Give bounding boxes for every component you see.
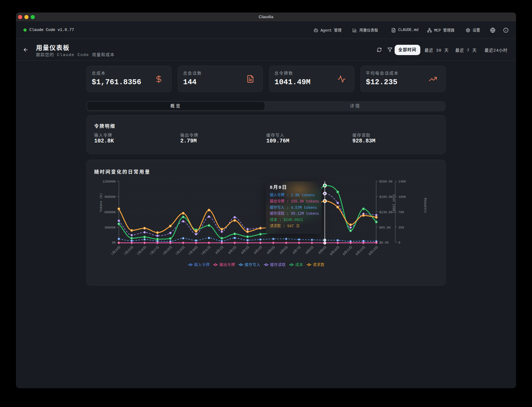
svg-text:0K: 0K xyxy=(112,241,116,245)
svg-text:$65.00: $65.00 xyxy=(379,226,391,229)
svg-text:$0.00: $0.00 xyxy=(379,241,389,245)
svg-text:7月30日: 7月30日 xyxy=(187,245,198,256)
svg-text:8月13日: 8月13日 xyxy=(368,245,379,256)
svg-text:8月4日: 8月4日 xyxy=(253,245,263,255)
svg-text:8月8日: 8月8日 xyxy=(305,245,315,255)
svg-text:7月26日: 7月26日 xyxy=(136,245,147,256)
svg-text:8月2日: 8月2日 xyxy=(228,245,237,255)
svg-text:$260.00: $260.00 xyxy=(379,180,392,183)
svg-text:7月31日: 7月31日 xyxy=(200,245,211,256)
svg-text:7月25日: 7月25日 xyxy=(123,245,134,256)
svg-text:8月5日: 8月5日 xyxy=(266,245,276,255)
svg-text:7月24日: 7月24日 xyxy=(110,245,121,256)
svg-text:Requests: Requests xyxy=(423,198,427,213)
svg-text:120000K: 120000K xyxy=(103,180,116,183)
svg-text:8月11日: 8月11日 xyxy=(342,245,353,256)
svg-text:1050: 1050 xyxy=(398,195,406,199)
svg-text:Cost (USD): Cost (USD) xyxy=(392,194,395,213)
svg-text:7月29日: 7月29日 xyxy=(175,245,186,256)
svg-text:8月9日: 8月9日 xyxy=(318,245,327,255)
svg-text:90000K: 90000K xyxy=(105,195,116,199)
svg-text:700: 700 xyxy=(398,211,404,214)
svg-text:350: 350 xyxy=(398,226,404,229)
svg-text:8月6日: 8月6日 xyxy=(279,245,289,255)
svg-text:8月7日: 8月7日 xyxy=(292,245,302,255)
svg-text:60000K: 60000K xyxy=(105,211,116,214)
svg-text:Tokens (K): Tokens (K) xyxy=(100,193,103,212)
svg-text:8月3日: 8月3日 xyxy=(240,245,250,255)
svg-text:8月1日: 8月1日 xyxy=(215,245,224,255)
svg-text:8月12日: 8月12日 xyxy=(355,245,366,256)
svg-text:$195.00: $195.00 xyxy=(379,195,392,199)
svg-text:8月10日: 8月10日 xyxy=(329,245,340,256)
svg-text:7月28日: 7月28日 xyxy=(162,245,173,256)
svg-text:1400: 1400 xyxy=(398,180,406,183)
svg-text:$130.00: $130.00 xyxy=(379,211,392,214)
svg-text:30000K: 30000K xyxy=(105,226,116,229)
svg-text:7月27日: 7月27日 xyxy=(149,245,160,256)
svg-text:0: 0 xyxy=(398,241,400,245)
